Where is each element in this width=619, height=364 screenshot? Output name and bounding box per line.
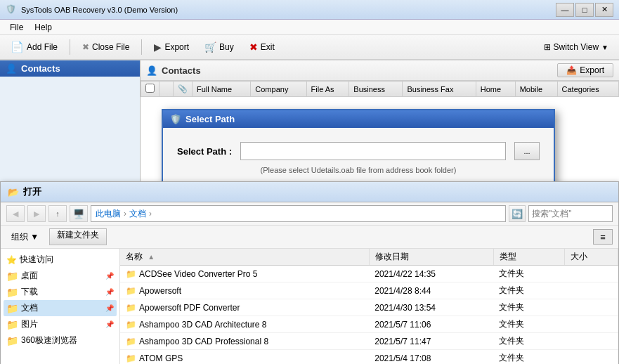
search-input[interactable] xyxy=(528,205,613,222)
file-dialog-actions: 组织 ▼ 新建文件夹 ≡ xyxy=(1,226,618,249)
tree-item-label: 快速访问 xyxy=(20,254,53,266)
file-list-row[interactable]: 📁Ashampoo 3D CAD Professional 8 2021/5/7… xyxy=(120,333,618,350)
file-list: 名称 ▲ 修改日期 类型 大小 📁ACDSee Video Converter … xyxy=(120,249,618,364)
add-file-icon: 📄 xyxy=(11,41,24,53)
nav-back-button[interactable]: ◀ xyxy=(6,205,25,222)
file-name-cell: 📁Ashampoo 3D CAD Architecture 8 xyxy=(120,316,369,333)
export-label: Export xyxy=(164,42,189,52)
table-header-row: 📎 Full Name Company File As Business Bus… xyxy=(141,82,619,97)
close-file-button[interactable]: ✖ Close File xyxy=(76,39,136,55)
file-name-cell: 📁Apowersoft PDF Converter xyxy=(120,299,369,316)
file-open-dialog: 📂 打开 ◀ ▶ ↑ 🖥️ 此电脑 › 文档 › 🔄 组织 ▼ 新建文件夹 ≡ … xyxy=(0,181,619,364)
tree-item[interactable]: 📁 文档 📌 xyxy=(4,300,117,316)
tree-item-label: 360极速浏览器 xyxy=(21,334,77,346)
switch-view-label: Switch View xyxy=(554,42,599,52)
nav-address-icon: 🖥️ xyxy=(70,205,88,222)
nav-up-button[interactable]: ↑ xyxy=(48,205,67,222)
file-list-row[interactable]: 📁Ashampoo 3D CAD Architecture 8 2021/5/7… xyxy=(120,316,618,333)
file-dialog-icon: 📂 xyxy=(8,187,19,197)
file-col-type-header[interactable]: 类型 xyxy=(493,249,564,266)
select-path-input[interactable] xyxy=(240,142,506,160)
sidebar-contacts-icon: 👤 xyxy=(6,63,17,74)
file-type-cell: 文件夹 xyxy=(493,350,564,365)
new-folder-button[interactable]: 新建文件夹 xyxy=(49,228,107,245)
file-list-header: 名称 ▲ 修改日期 类型 大小 xyxy=(120,249,618,266)
file-list-row[interactable]: 📁ACDSee Video Converter Pro 5 2021/4/22 … xyxy=(120,266,618,282)
browse-button[interactable]: ... xyxy=(514,142,540,160)
export-button[interactable]: ▶ Export xyxy=(148,39,195,56)
file-type-cell: 文件夹 xyxy=(493,282,564,299)
contacts-panel-icon: 👤 xyxy=(146,65,157,76)
buy-button[interactable]: 🛒 Buy xyxy=(198,39,240,56)
contacts-export-button[interactable]: 📤 Export xyxy=(557,63,613,77)
tree-item[interactable]: 📁 下载 📌 xyxy=(4,284,117,300)
file-name-cell: 📁Apowersoft xyxy=(120,282,369,299)
file-list-table: 名称 ▲ 修改日期 类型 大小 📁ACDSee Video Converter … xyxy=(120,249,618,364)
file-date-cell: 2021/5/7 11:47 xyxy=(369,333,493,350)
view-toggle-button[interactable]: ≡ xyxy=(593,229,613,245)
breadcrumb-bar[interactable]: 此电脑 › 文档 › xyxy=(91,205,506,222)
organize-label: 组织 ▼ xyxy=(11,231,39,243)
title-bar: 🛡️ SysTools OAB Recovery v3.0 (Demo Vers… xyxy=(0,0,619,20)
file-list-row[interactable]: 📁ATOM GPS 2021/5/4 17:08 文件夹 xyxy=(120,350,618,365)
file-dialog-title: 📂 打开 xyxy=(1,182,618,202)
tree-item[interactable]: ⭐ 快速访问 xyxy=(4,252,117,268)
dialog-path-row: Select Path : ... xyxy=(177,142,540,160)
col-business-header[interactable]: Business xyxy=(349,82,403,97)
toolbar-separator-2 xyxy=(141,39,142,55)
file-list-row[interactable]: 📁Apowersoft PDF Converter 2021/4/30 13:5… xyxy=(120,299,618,316)
file-tree: ⭐ 快速访问 📁 桌面 📌📁 下载 📌📁 文档 📌📁 图片 📌📁 360极速浏览… xyxy=(1,249,120,364)
contacts-export-label: Export xyxy=(580,65,604,75)
file-size-cell xyxy=(565,333,618,350)
tree-item[interactable]: 📁 360极速浏览器 xyxy=(4,332,117,349)
exit-button[interactable]: ✖ Exit xyxy=(243,39,281,56)
file-folder-icon: 📁 xyxy=(126,286,136,296)
col-fileas-header[interactable]: File As xyxy=(306,82,349,97)
maximize-button[interactable]: □ xyxy=(575,3,594,17)
file-date-cell: 2021/4/30 13:54 xyxy=(369,299,493,316)
dialog-body: Select Path : ... (Please select Udetail… xyxy=(163,128,554,188)
menu-file[interactable]: File xyxy=(4,21,29,34)
file-name-cell: 📁ACDSee Video Converter Pro 5 xyxy=(120,266,369,282)
dialog-icon: 🛡️ xyxy=(170,114,181,124)
file-type-cell: 文件夹 xyxy=(493,316,564,333)
file-size-cell xyxy=(565,299,618,316)
file-date-cell: 2021/5/4 17:08 xyxy=(369,350,493,365)
breadcrumb-part-0: 此电脑 xyxy=(96,208,121,220)
col-mobile-header[interactable]: Mobile xyxy=(515,82,557,97)
tree-icon: 📁 xyxy=(6,271,18,282)
col-fullname-header[interactable]: Full Name xyxy=(193,82,251,97)
col-checkbox[interactable] xyxy=(141,82,159,97)
close-button[interactable]: ✕ xyxy=(595,3,613,17)
sidebar-header: 👤 Contacts xyxy=(0,60,140,77)
tree-icon: ⭐ xyxy=(6,255,17,265)
select-all-checkbox[interactable] xyxy=(145,84,155,93)
col-home-header[interactable]: Home xyxy=(476,82,515,97)
tree-item[interactable]: 📁 图片 📌 xyxy=(4,316,117,332)
refresh-button[interactable]: 🔄 xyxy=(509,205,526,222)
col-categories-header[interactable]: Categories xyxy=(557,82,618,97)
nav-forward-button[interactable]: ▶ xyxy=(27,205,46,222)
organize-button[interactable]: 组织 ▼ xyxy=(6,229,44,245)
file-size-cell xyxy=(565,282,618,299)
col-company-header[interactable]: Company xyxy=(251,82,306,97)
col-businessfax-header[interactable]: Business Fax xyxy=(403,82,476,97)
tree-item-label: 图片 xyxy=(21,318,38,330)
file-folder-icon: 📁 xyxy=(126,269,136,279)
file-size-cell xyxy=(565,316,618,333)
switch-view-button[interactable]: ⊞ Switch View ▼ xyxy=(537,39,615,55)
file-col-date-header[interactable]: 修改日期 xyxy=(369,249,493,266)
file-size-cell xyxy=(565,350,618,365)
new-folder-label: 新建文件夹 xyxy=(57,230,99,240)
contacts-table-container: 📎 Full Name Company File As Business Bus… xyxy=(141,81,619,97)
minimize-button[interactable]: — xyxy=(556,3,574,17)
file-date-cell: 2021/4/22 14:35 xyxy=(369,266,493,282)
tree-item-label: 下载 xyxy=(21,286,38,298)
menu-help[interactable]: Help xyxy=(29,21,58,34)
breadcrumb-sep-2: › xyxy=(149,209,152,219)
file-col-name-header[interactable]: 名称 ▲ xyxy=(120,249,369,266)
file-col-size-header[interactable]: 大小 xyxy=(565,249,618,266)
file-list-row[interactable]: 📁Apowersoft 2021/4/28 8:44 文件夹 xyxy=(120,282,618,299)
tree-item[interactable]: 📁 桌面 📌 xyxy=(4,268,117,284)
add-file-button[interactable]: 📄 Add File xyxy=(4,38,64,56)
